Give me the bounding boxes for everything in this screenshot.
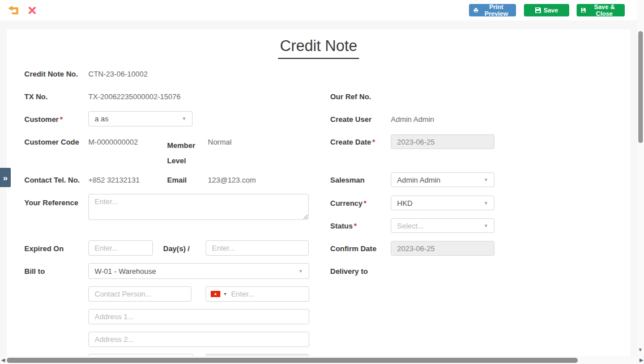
flag-dropdown-caret-icon[interactable]: ▼ (223, 292, 227, 296)
save-floppy-icon (535, 7, 541, 13)
email-label: Email (167, 176, 187, 184)
currency-label-text: Currency (330, 199, 362, 208)
print-preview-label: Print Preview (481, 3, 511, 17)
print-preview-button[interactable]: Print Preview (469, 4, 516, 16)
contact-tel-label: Contact Tel. No. (24, 176, 80, 184)
currency-select[interactable]: HKD ▼ (391, 196, 494, 210)
create-date-input (391, 134, 494, 149)
chevron-down-icon: ▼ (484, 177, 488, 183)
confirm-date-input (391, 241, 494, 256)
close-icon[interactable]: ✕ (27, 5, 37, 16)
chevron-down-icon: ▼ (484, 223, 488, 228)
bill-to-select[interactable]: W-01 - Warehouse ▼ (88, 263, 309, 279)
credit-note-no-value: CTN-23-06-10002 (88, 70, 148, 78)
create-date-label: Create Date* (330, 138, 375, 146)
member-level-value: Normal (208, 138, 232, 146)
salesman-select[interactable]: Admin Admin ▼ (391, 172, 494, 187)
your-reference-textarea[interactable] (88, 194, 309, 220)
page-title: Credit Note (278, 37, 359, 59)
customer-code-label: Customer Code (24, 138, 79, 146)
back-return-icon[interactable] (8, 6, 20, 17)
vertical-scrollbar[interactable]: ▼ (637, 0, 644, 364)
vertical-scrollbar-thumb[interactable] (638, 31, 643, 143)
status-select-placeholder: Select... (397, 222, 424, 230)
chevrons-right-icon: » (3, 173, 7, 183)
save-close-label: Save & Close (588, 3, 620, 17)
address1-input[interactable] (88, 309, 309, 324)
chevron-down-icon: ▼ (484, 201, 488, 206)
bill-to-label: Bill to (24, 267, 45, 276)
your-reference-label: Your Reference (24, 198, 78, 207)
currency-select-value: HKD (397, 199, 412, 208)
chevron-down-icon: ▼ (298, 269, 303, 274)
save-close-button[interactable]: Save & Close (577, 4, 625, 16)
currency-required-asterisk: * (364, 199, 366, 208)
printer-icon (474, 7, 478, 14)
create-date-label-text: Create Date (330, 138, 371, 146)
save-button[interactable]: Save (524, 4, 569, 16)
customer-select-value: a as (95, 115, 109, 123)
customer-label: Customer* (24, 115, 63, 124)
hong-kong-flag-icon[interactable]: ★ (211, 291, 220, 297)
horizontal-scrollbar-thumb[interactable] (7, 358, 578, 363)
credit-note-no-label: Credit Note No. (24, 70, 78, 78)
create-user-label: Create User (330, 115, 372, 124)
phone-input-group[interactable]: ★ ▼ (206, 286, 309, 302)
customer-code-value: M-0000000002 (88, 138, 138, 146)
customer-required-asterisk: * (60, 115, 63, 124)
horizontal-scrollbar[interactable]: ◀ ▶ (0, 356, 644, 364)
phone-number-input[interactable] (230, 289, 292, 299)
salesman-label: Salesman (330, 176, 365, 184)
currency-label: Currency* (330, 199, 366, 208)
contact-person-input[interactable] (88, 286, 191, 302)
expired-on-label: Expired On (24, 244, 63, 253)
delivery-to-label: Delivery to (330, 267, 368, 276)
page-title-row: Credit Note (7, 37, 630, 59)
customer-select[interactable]: a as ▼ (88, 111, 193, 126)
tx-no-label: TX No. (24, 92, 48, 101)
toolbar: ✕ Print Preview Save Save & Close (0, 0, 644, 20)
create-date-required-asterisk: * (372, 138, 375, 146)
create-user-value: Admin Admin (391, 115, 434, 124)
bill-to-select-value: W-01 - Warehouse (95, 267, 156, 276)
scroll-left-arrow-icon[interactable]: ◀ (1, 357, 5, 363)
sidebar-expand-tab[interactable]: » (0, 168, 11, 187)
chevron-down-icon: ▼ (182, 116, 186, 121)
contact-tel-value: +852 32132131 (88, 176, 140, 184)
save-label: Save (544, 7, 558, 14)
status-label-text: Status (330, 222, 353, 230)
our-ref-no-label: Our Ref No. (330, 92, 371, 101)
status-required-asterisk: * (354, 222, 357, 230)
expired-on-days-input[interactable] (88, 240, 153, 256)
member-level-label: Member Level (167, 138, 200, 168)
customer-label-text: Customer (24, 115, 59, 124)
scroll-right-arrow-icon[interactable]: ▶ (639, 357, 643, 363)
status-label: Status* (330, 222, 357, 230)
salesman-select-value: Admin Admin (397, 176, 441, 184)
scroll-down-arrow-icon[interactable]: ▼ (638, 347, 643, 353)
expired-on-date-input[interactable] (206, 240, 309, 256)
status-select[interactable]: Select... ▼ (391, 218, 494, 233)
tx-no-value: TX-20062235000002-15076 (88, 92, 181, 101)
back-return-icon-svg (8, 6, 20, 15)
expired-on-separator: Day(s) / (163, 244, 190, 253)
save-close-floppy-icon (581, 7, 586, 13)
confirm-date-label: Confirm Date (330, 244, 377, 253)
email-value: 123@123.com (208, 176, 256, 184)
address2-input[interactable] (88, 332, 309, 347)
